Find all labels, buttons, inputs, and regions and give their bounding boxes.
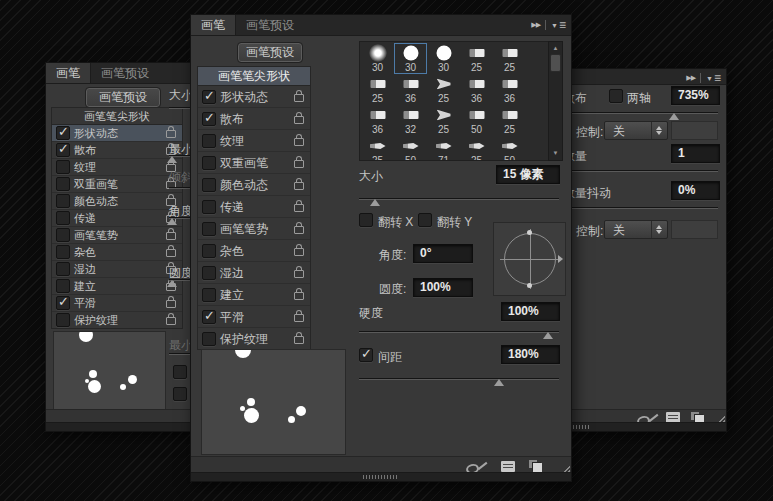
- dial-bottom-handle[interactable]: [527, 283, 532, 288]
- count-jitter-slider[interactable]: [563, 204, 718, 214]
- slider-thumb[interactable]: [167, 280, 177, 287]
- panel-menu-icon[interactable]: ▼≡: [706, 73, 721, 83]
- tab-brush[interactable]: 画笔: [191, 15, 236, 35]
- brush-option-row[interactable]: 传递: [198, 196, 310, 218]
- brush-option-row[interactable]: 杂色: [52, 244, 182, 261]
- count-slider[interactable]: [563, 167, 718, 177]
- brush-preset-cell[interactable]: 25: [493, 43, 526, 74]
- brush-option-row[interactable]: 湿边: [52, 261, 182, 278]
- brush-preset-cell[interactable]: 25: [460, 136, 493, 161]
- slider-track[interactable]: [359, 331, 559, 333]
- option-checkbox[interactable]: [56, 160, 70, 174]
- option-checkbox[interactable]: [202, 90, 216, 104]
- dial-top-handle[interactable]: [527, 230, 532, 235]
- brush-preset-cell[interactable]: 30: [361, 43, 394, 74]
- brush-preset-cell[interactable]: 36: [460, 74, 493, 105]
- brush-option-row[interactable]: 散布: [198, 108, 310, 130]
- count-value-field[interactable]: 1: [671, 144, 720, 163]
- slider-track[interactable]: [563, 112, 718, 114]
- brush-preset-cell[interactable]: 25: [427, 105, 460, 136]
- front-panel-dock-bar[interactable]: [191, 472, 571, 481]
- lock-icon[interactable]: [294, 94, 304, 102]
- option-checkbox[interactable]: [56, 211, 70, 225]
- brush-tip-shape-header[interactable]: 画笔笔尖形状: [198, 67, 310, 86]
- option-checkbox[interactable]: [202, 178, 216, 192]
- new-brush-icon[interactable]: [529, 460, 542, 472]
- scroll-up-icon[interactable]: ▲: [549, 44, 562, 53]
- size-value-field[interactable]: 15 像素: [496, 165, 560, 184]
- spacing-checkbox[interactable]: [359, 348, 373, 362]
- option-checkbox[interactable]: [56, 143, 70, 157]
- brush-preset-cell[interactable]: 25: [361, 136, 394, 161]
- option-checkbox[interactable]: [56, 296, 70, 310]
- slider-thumb[interactable]: [494, 379, 504, 386]
- lock-icon[interactable]: [294, 182, 304, 190]
- brush-preset-cell[interactable]: 25: [493, 105, 526, 136]
- lock-icon[interactable]: [294, 138, 304, 146]
- brush-option-row[interactable]: 建立: [198, 284, 310, 306]
- collapse-panel-icon[interactable]: ▶▶: [531, 20, 540, 30]
- flip-y-checkbox[interactable]: [418, 213, 432, 227]
- brush-option-row[interactable]: 保护纹理: [198, 328, 310, 349]
- brush-preset-cell[interactable]: 50: [493, 136, 526, 161]
- slider-track[interactable]: [563, 170, 718, 172]
- angle-roundness-dial[interactable]: [493, 222, 566, 296]
- option-checkbox[interactable]: [202, 156, 216, 170]
- tab-brush[interactable]: 画笔: [46, 63, 91, 83]
- flip-jitter-checkbox[interactable]: [173, 365, 187, 379]
- lock-icon[interactable]: [294, 248, 304, 256]
- scrollbar-thumb[interactable]: [550, 54, 561, 72]
- both-axes-checkbox[interactable]: [609, 89, 623, 103]
- brush-option-row[interactable]: 纹理: [198, 130, 310, 152]
- preset-manager-icon[interactable]: [501, 461, 515, 472]
- control2-dropdown[interactable]: 关: [604, 220, 668, 239]
- slider-track[interactable]: [563, 207, 718, 209]
- brush-preset-cell[interactable]: 50: [394, 136, 427, 161]
- brush-tip-shape-header[interactable]: 画笔笔尖形状: [52, 108, 182, 125]
- brush-option-row[interactable]: 形状动态: [52, 125, 182, 142]
- brush-option-row[interactable]: 画笔笔势: [198, 218, 310, 240]
- flip-jitter-checkbox[interactable]: [173, 387, 187, 401]
- lock-icon[interactable]: [166, 232, 176, 240]
- collapse-panel-icon[interactable]: ▶▶: [686, 73, 695, 83]
- count-jitter-value-field[interactable]: 0%: [671, 181, 720, 200]
- option-checkbox[interactable]: [202, 222, 216, 236]
- slider-thumb[interactable]: [370, 199, 380, 206]
- option-checkbox[interactable]: [56, 177, 70, 191]
- lock-icon[interactable]: [294, 314, 304, 322]
- spacing-value-field[interactable]: 180%: [501, 345, 560, 364]
- brush-option-row[interactable]: 杂色: [198, 240, 310, 262]
- brush-option-row[interactable]: 散布: [52, 142, 182, 159]
- option-checkbox[interactable]: [56, 194, 70, 208]
- lock-icon[interactable]: [166, 317, 176, 325]
- lock-icon[interactable]: [294, 160, 304, 168]
- option-checkbox[interactable]: [202, 244, 216, 258]
- brush-preset-cell[interactable]: 36: [361, 105, 394, 136]
- option-checkbox[interactable]: [56, 279, 70, 293]
- brush-option-row[interactable]: 纹理: [52, 159, 182, 176]
- slider-track[interactable]: [359, 378, 559, 380]
- brush-preset-cell[interactable]: 25: [427, 74, 460, 105]
- brush-option-row[interactable]: 传递: [52, 210, 182, 227]
- dial-arrow-icon[interactable]: [558, 255, 563, 263]
- brush-preset-cell[interactable]: 36: [394, 74, 427, 105]
- brush-option-row[interactable]: 形状动态: [198, 86, 310, 108]
- brush-preset-cell[interactable]: 36: [493, 74, 526, 105]
- lock-icon[interactable]: [166, 249, 176, 257]
- panel-menu-icon[interactable]: ▼≡: [551, 20, 566, 30]
- brush-preset-cell[interactable]: 71: [427, 136, 460, 161]
- slider-thumb[interactable]: [543, 332, 553, 339]
- option-checkbox[interactable]: [56, 245, 70, 259]
- lock-icon[interactable]: [166, 300, 176, 308]
- brush-preset-cell[interactable]: 32: [394, 105, 427, 136]
- lock-icon[interactable]: [294, 116, 304, 124]
- brush-preset-cell[interactable]: 25: [361, 74, 394, 105]
- brush-presets-button[interactable]: 画笔预设: [238, 43, 302, 62]
- scroll-down-icon[interactable]: ▼: [549, 149, 562, 158]
- size-slider[interactable]: [359, 195, 559, 205]
- brush-option-row[interactable]: 保护纹理: [52, 312, 182, 328]
- brush-grid-scrollbar[interactable]: ▲ ▼: [548, 41, 563, 161]
- lock-icon[interactable]: [294, 292, 304, 300]
- brush-presets-button[interactable]: 画笔预设: [86, 88, 160, 107]
- brush-option-row[interactable]: 双重画笔: [52, 176, 182, 193]
